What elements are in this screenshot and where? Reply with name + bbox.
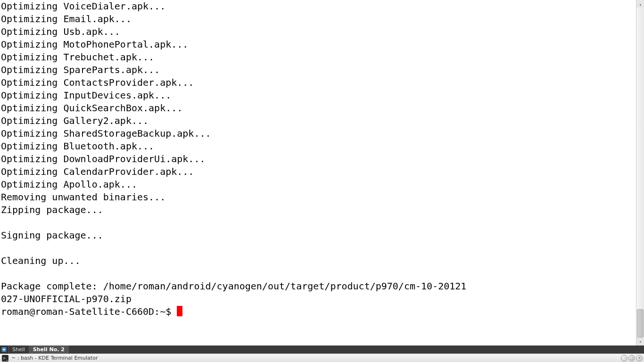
scrollbar-thumb[interactable] — [637, 309, 644, 337]
window-controls: – ◻ × — [621, 355, 644, 362]
window-titlebar[interactable]: >_ ~ : bash - KDE Terminal Emulator – ◻ … — [0, 354, 644, 362]
terminal-lines: Optimizing VoiceDialer.apk... Optimizing… — [1, 0, 466, 304]
new-tab-button[interactable] — [0, 346, 8, 354]
window-title: ~ : bash - KDE Terminal Emulator — [10, 355, 621, 361]
terminal-app-icon: >_ — [2, 355, 8, 362]
scroll-down-button[interactable]: ▾ — [636, 337, 644, 346]
terminal-tab-bar: ShellShell No. 2 — [0, 346, 644, 354]
scroll-up-button[interactable]: ▴ — [636, 0, 644, 8]
maximize-button[interactable]: ◻ — [628, 355, 635, 362]
new-tab-icon — [1, 347, 7, 352]
close-button[interactable]: × — [636, 355, 643, 362]
cursor-block — [177, 306, 182, 316]
shell-prompt: roman@roman-Satellite-C660D:~$ — [1, 306, 177, 317]
minimize-button[interactable]: – — [621, 355, 627, 362]
terminal-tab-1[interactable]: Shell No. 2 — [29, 346, 69, 354]
scrollbar-track[interactable] — [636, 8, 644, 337]
vertical-scrollbar[interactable]: ▴ ▾ — [636, 0, 644, 346]
terminal-tab-0[interactable]: Shell — [8, 346, 29, 354]
terminal-output-area[interactable]: Optimizing VoiceDialer.apk... Optimizing… — [0, 0, 636, 346]
